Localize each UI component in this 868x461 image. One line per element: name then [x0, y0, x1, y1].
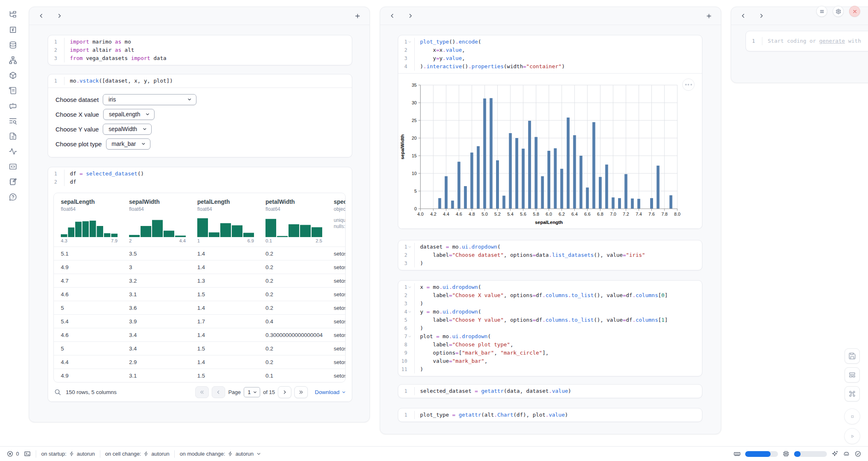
altair-bar-chart[interactable]: 4.04.24.44.64.85.05.25.45.65.86.06.26.46… [398, 76, 702, 226]
first-page-button[interactable] [195, 386, 209, 398]
code-editor[interactable]: 1234plot_type().encode( x=x.value, y=y.v… [398, 35, 702, 73]
layout-button[interactable] [845, 367, 860, 383]
sidebar-item-database[interactable] [8, 40, 17, 49]
line-number: 2 [398, 251, 414, 259]
chevron-down-icon [141, 141, 146, 146]
line-number: 2 [48, 178, 64, 186]
sidebar-item-function-square[interactable] [8, 25, 17, 34]
table-column-header[interactable]: sepalLength float644.37.9 [54, 198, 122, 243]
sidebar-item-sitemap[interactable] [8, 55, 17, 65]
code-editor[interactable]: 1plot_type = getattr(alt.Chart(df), plot… [398, 408, 702, 422]
prev-page-button[interactable] [212, 386, 225, 398]
panel-forward-button[interactable] [405, 11, 416, 21]
panel-back-button[interactable] [738, 11, 748, 21]
table-column-header[interactable]: sepalWidth float6424.4 [122, 198, 190, 243]
code-line: options=["mark_bar", "mark_circle"], [420, 349, 702, 357]
code-editor[interactable]: 1 Start coding or generate with [746, 31, 868, 51]
chevron-down-icon [253, 390, 257, 394]
search-button[interactable] [54, 388, 62, 396]
table-column-header[interactable]: speci objecuniqunulls: [327, 198, 346, 243]
stop-square-button[interactable] [844, 408, 860, 424]
database-icon [9, 41, 17, 49]
close-x-button[interactable] [849, 6, 860, 17]
table-row: 4.63.41.40.30000000000000004setos [54, 328, 345, 341]
panel-forward-button[interactable] [54, 11, 65, 21]
command-button[interactable] [845, 386, 860, 401]
chevrons-left-icon [199, 390, 205, 395]
code-line: y=y.value, [420, 54, 702, 62]
collapse-chevron[interactable] [408, 310, 412, 314]
svg-text:7.8: 7.8 [661, 212, 667, 217]
table-cell: 2.9 [122, 359, 190, 365]
next-page-button[interactable] [278, 386, 291, 398]
panel-forward-button[interactable] [756, 11, 766, 21]
panel-back-button[interactable] [387, 11, 397, 21]
column-name: sepalWidth [129, 198, 190, 205]
code-editor[interactable]: 1mo.vstack([dataset, x, y, plot]) [48, 74, 352, 88]
dropdown-select[interactable]: sepalLength [103, 109, 155, 120]
connection-status-button[interactable] [854, 450, 861, 457]
cell-vstack: 1mo.vstack([dataset, x, y, plot]) Choose… [48, 74, 352, 157]
code-editor[interactable]: 1234567891011x = mo.ui.dropdown( label="… [398, 281, 702, 376]
sidebar-item-file-tree[interactable] [8, 10, 17, 19]
right-panel: 1 Start coding or generate with [731, 7, 868, 83]
code-editor[interactable]: 12df = selected_dataset()df [48, 167, 352, 189]
sidebar-item-chat-bot[interactable] [8, 101, 17, 110]
runtime-config-2[interactable]: on module change:autorun [180, 451, 261, 457]
download-button[interactable]: Download [315, 389, 346, 395]
runtime-config-1[interactable]: on cell change:autorun [105, 451, 170, 457]
table-cell: setos [327, 305, 346, 311]
line-number: 10 [398, 357, 414, 365]
errors-button[interactable] [7, 450, 14, 457]
sidebar-item-notebook-pen[interactable] [8, 177, 17, 186]
gear-button[interactable] [833, 6, 844, 17]
memory-indicator [734, 450, 741, 457]
code-editor[interactable]: 1selected_dataset = getattr(data, datase… [398, 385, 702, 398]
menu-button[interactable] [816, 6, 827, 17]
add-cell-button[interactable] [704, 11, 714, 21]
chevron-right-icon [282, 390, 287, 395]
middle-panel: 1234plot_type().encode( x=x.value, y=y.v… [380, 7, 721, 434]
line-number: 1 [48, 170, 64, 178]
sidebar-item-scroll[interactable] [8, 86, 17, 95]
add-cell-button[interactable] [352, 11, 363, 21]
dropdown-select[interactable]: mark_bar [106, 138, 150, 150]
search-list-icon [9, 117, 17, 125]
last-page-button[interactable] [294, 386, 308, 398]
panel-back-button[interactable] [36, 11, 46, 21]
sidebar [0, 0, 25, 444]
code-line: df = selected_dataset() [70, 170, 352, 178]
table-cell: 4.6 [54, 291, 122, 297]
sidebar-item-activity[interactable] [8, 147, 17, 156]
runtime-config-0[interactable]: on startup:autorun [41, 451, 95, 457]
chart-actions-button[interactable] [682, 78, 695, 91]
table-column-header[interactable]: petalLength float6416.9 [190, 198, 259, 243]
code-editor[interactable]: 123dataset = mo.ui.dropdown( label="Choo… [398, 240, 702, 270]
sidebar-item-search-list[interactable] [8, 116, 17, 125]
play-triangle-button[interactable] [844, 428, 860, 444]
sidebar-item-help-chat[interactable] [8, 192, 17, 201]
sidebar-item-package-box[interactable] [8, 71, 17, 80]
collapse-chevron[interactable] [408, 285, 412, 290]
dropdown-select[interactable]: iris [103, 94, 196, 105]
code-line: plot_type().encode( [420, 38, 702, 46]
collapse-chevron[interactable] [408, 245, 412, 249]
collapse-chevron[interactable] [408, 40, 412, 44]
generate-link[interactable]: generate [819, 38, 845, 44]
dropdown-select[interactable]: sepalWidth [103, 124, 151, 135]
gutter: 1 [398, 387, 415, 395]
collapse-chevron[interactable] [408, 334, 412, 339]
table-cell: 1.4 [190, 332, 259, 338]
terminal-button[interactable] [24, 450, 31, 457]
page-select[interactable]: 1 [244, 387, 260, 397]
save-button[interactable] [845, 348, 860, 364]
dataframe-table: sepalLength float644.37.9sepalWidth floa… [53, 193, 346, 383]
code-editor[interactable]: 123import marimo as moimport altair as a… [48, 35, 352, 65]
table-column-header[interactable]: petalWidth float640.12.5 [259, 198, 327, 243]
close-x-icon [852, 9, 858, 14]
table-cell: 0.4 [259, 318, 327, 325]
ai-sparkles-button[interactable] [831, 450, 838, 457]
sidebar-item-code-snippet[interactable] [8, 162, 17, 171]
sidebar-item-document[interactable] [8, 131, 17, 141]
copilot-button[interactable] [843, 450, 850, 457]
